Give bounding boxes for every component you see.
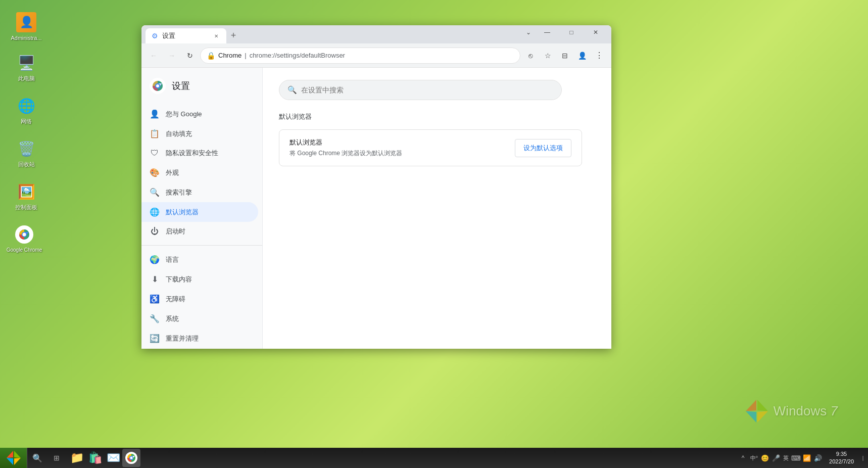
tray-lang: 英 bbox=[782, 454, 790, 462]
downloads-label: 下载内容 bbox=[166, 275, 192, 284]
card-title: 默认浏览器 bbox=[290, 138, 402, 147]
split-view-button[interactable]: ⊟ bbox=[557, 48, 573, 64]
on-startup-icon: ⏻ bbox=[150, 227, 160, 236]
sidebar-item-on-startup[interactable]: ⏻ 启动时 bbox=[141, 222, 258, 241]
forward-button[interactable]: → bbox=[164, 48, 180, 64]
taskbar-mail[interactable]: ✉️ bbox=[104, 449, 122, 467]
system-icon: 🔧 bbox=[150, 314, 160, 323]
address-lock-icon: 🔒 bbox=[207, 52, 215, 60]
taskbar-search-button[interactable]: 🔍 bbox=[28, 449, 46, 467]
taskbar-chrome-item[interactable] bbox=[122, 449, 140, 467]
desktop-icon-recyclebin[interactable]: 🗑️ 回收站 bbox=[6, 136, 46, 170]
default-browser-card: 默认浏览器 将 Google Chrome 浏览器设为默认浏览器 设为默认选项 bbox=[279, 129, 582, 166]
sidebar-item-autofill[interactable]: 📋 自动填充 bbox=[141, 124, 258, 144]
back-button[interactable]: ← bbox=[146, 48, 162, 64]
search-input[interactable] bbox=[301, 86, 553, 94]
tray-volume[interactable]: 🔊 bbox=[813, 453, 823, 463]
win7-logo: Windows 7 bbox=[746, 400, 838, 423]
tray-show-hidden[interactable]: ^ bbox=[738, 453, 748, 463]
tray-emoji[interactable]: 😊 bbox=[760, 453, 770, 463]
on-startup-label: 启动时 bbox=[166, 227, 185, 236]
tray-network[interactable]: 📶 bbox=[802, 453, 812, 463]
taskbar-items: 📁 🛍️ ✉️ bbox=[66, 448, 736, 468]
taskbar-clock[interactable]: 9:35 2022/7/20 bbox=[825, 450, 858, 466]
taskbar: 🔍 ⊞ 📁 🛍️ ✉️ ^ 中° 😊 🎤 英 bbox=[0, 448, 868, 468]
controlpanel-label: 控制面板 bbox=[15, 204, 37, 211]
set-default-button[interactable]: 设为默认选项 bbox=[515, 139, 571, 157]
downloads-icon: ⬇ bbox=[150, 274, 160, 284]
sidebar-item-privacy[interactable]: 🛡 隐私设置和安全性 bbox=[141, 144, 258, 163]
tray-keyboard[interactable]: ⌨ bbox=[791, 453, 801, 463]
tab-close-button[interactable]: ✕ bbox=[212, 32, 220, 40]
win7-text: Windows 7 bbox=[774, 403, 838, 419]
search-engine-icon: 🔍 bbox=[150, 188, 160, 197]
search-engine-label: 搜索引擎 bbox=[166, 188, 192, 197]
minimize-button[interactable]: — bbox=[536, 25, 559, 41]
network-label: 网络 bbox=[21, 118, 32, 125]
desktop-icon-mycomputer[interactable]: 🖥️ 此电脑 bbox=[6, 51, 46, 84]
desktop-icon-chrome[interactable]: Google Chrome bbox=[4, 222, 44, 255]
sidebar-item-downloads[interactable]: ⬇ 下载内容 bbox=[141, 269, 258, 289]
task-view-button[interactable]: ⊞ bbox=[47, 449, 66, 467]
mail-icon: ✉️ bbox=[107, 451, 120, 464]
bookmark-button[interactable]: ☆ bbox=[540, 48, 556, 64]
sidebar-scroll[interactable]: 👤 您与 Google 📋 自动填充 🛡 隐私设置和安全性 🎨 外观 🔍 bbox=[141, 104, 262, 349]
taskbar-file-explorer[interactable]: 📁 bbox=[68, 449, 86, 467]
tab-dropdown-button[interactable]: ⌄ bbox=[522, 26, 535, 38]
tray-text: 中° bbox=[749, 454, 759, 462]
windows-start-icon bbox=[7, 451, 21, 465]
new-tab-button[interactable]: + bbox=[226, 28, 240, 42]
address-separator: | bbox=[245, 52, 246, 59]
show-desktop-button[interactable]: | bbox=[858, 448, 868, 468]
sidebar-item-system[interactable]: 🔧 系统 bbox=[141, 309, 258, 329]
card-description: 将 Google Chrome 浏览器设为默认浏览器 bbox=[290, 149, 402, 158]
close-button[interactable]: ✕ bbox=[584, 25, 607, 41]
search-box[interactable]: 🔍 bbox=[279, 80, 562, 100]
sidebar-item-language[interactable]: 🌍 语言 bbox=[141, 250, 258, 269]
start-button[interactable] bbox=[0, 448, 27, 468]
administrator-icon: 👤 bbox=[16, 12, 36, 32]
administrator-label: Administra... bbox=[11, 34, 41, 41]
sidebar-item-search-engine[interactable]: 🔍 搜索引擎 bbox=[141, 182, 258, 202]
sidebar-item-google-account[interactable]: 👤 您与 Google bbox=[141, 104, 258, 124]
accessibility-icon: ♿ bbox=[150, 294, 160, 304]
chrome-logo bbox=[150, 78, 166, 94]
privacy-label: 隐私设置和安全性 bbox=[166, 149, 218, 158]
search-taskbar-icon: 🔍 bbox=[32, 453, 42, 463]
tray-mic[interactable]: 🎤 bbox=[771, 453, 781, 463]
appearance-icon: 🎨 bbox=[150, 168, 160, 177]
address-bar[interactable]: 🔒 Chrome | chrome://settings/defaultBrow… bbox=[200, 48, 520, 64]
chrome-content: 设置 👤 您与 Google 📋 自动填充 🛡 隐私设置和安全性 🎨 bbox=[141, 68, 611, 349]
share-button[interactable]: ⎋ bbox=[522, 48, 539, 64]
sidebar-item-default-browser[interactable]: 🌐 默认浏览器 bbox=[141, 202, 258, 222]
svg-point-10 bbox=[130, 457, 133, 459]
tab-title: 设置 bbox=[162, 31, 175, 40]
profile-button[interactable]: 👤 bbox=[574, 48, 590, 64]
desktop-icon-network[interactable]: 🌐 网络 bbox=[6, 93, 46, 127]
chrome-desktop-icon bbox=[14, 224, 34, 245]
recyclebin-label: 回收站 bbox=[18, 161, 35, 168]
language-label: 语言 bbox=[166, 255, 179, 264]
mycomputer-icon: 🖥️ bbox=[16, 53, 36, 73]
file-explorer-icon: 📁 bbox=[70, 451, 84, 464]
recyclebin-icon: 🗑️ bbox=[16, 138, 36, 159]
sidebar-divider-1 bbox=[141, 245, 262, 246]
taskbar-store[interactable]: 🛍️ bbox=[86, 449, 104, 467]
sidebar-item-appearance[interactable]: 🎨 外观 bbox=[141, 163, 258, 182]
chrome-tab-settings[interactable]: ⚙ 设置 ✕ bbox=[146, 28, 226, 43]
desktop-icon-administrator[interactable]: 👤 Administra... bbox=[6, 10, 46, 43]
desktop-icon-controlpanel[interactable]: 🖼️ 控制面板 bbox=[6, 179, 46, 213]
sidebar-item-accessibility[interactable]: ♿ 无障碍 bbox=[141, 289, 258, 309]
store-icon: 🛍️ bbox=[88, 451, 102, 464]
sidebar-item-reset[interactable]: 🔄 重置并清理 bbox=[141, 329, 258, 348]
mycomputer-label: 此电脑 bbox=[18, 75, 35, 82]
refresh-button[interactable]: ↻ bbox=[182, 48, 198, 64]
svg-point-7 bbox=[156, 84, 159, 87]
clock-time: 9:35 bbox=[829, 450, 854, 458]
system-tray: ^ 中° 😊 🎤 英 ⌨ 📶 🔊 bbox=[736, 448, 825, 468]
maximize-button[interactable]: □ bbox=[560, 25, 583, 41]
default-browser-icon: 🌐 bbox=[150, 207, 160, 217]
menu-button[interactable]: ⋮ bbox=[591, 48, 607, 64]
settings-header: 设置 bbox=[141, 68, 262, 104]
appearance-label: 外观 bbox=[166, 168, 179, 177]
